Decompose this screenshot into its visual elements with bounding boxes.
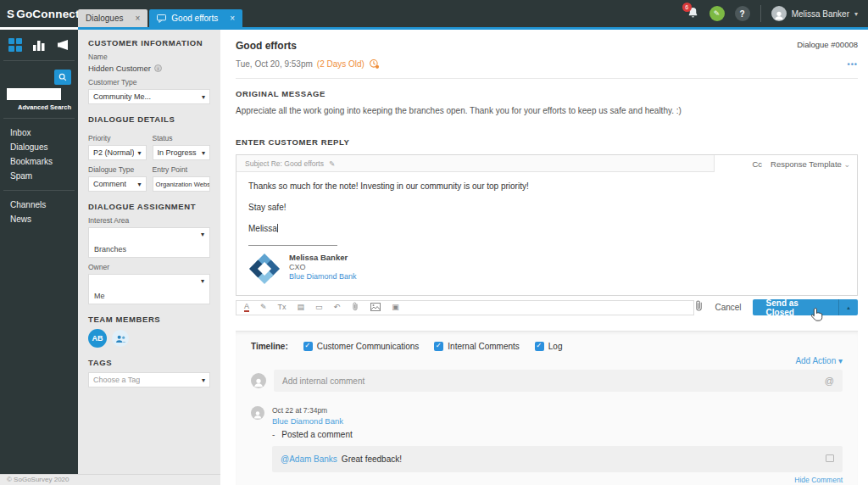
- logo-text-s: S: [7, 8, 14, 20]
- entry-point-field[interactable]: Organization Website: [153, 176, 211, 192]
- search-button[interactable]: [54, 70, 71, 85]
- user-name: Melissa Banker: [792, 9, 849, 19]
- top-navigation-bar: SGoConnect Dialogues × Good efforts × 6 …: [0, 0, 868, 27]
- sidebar-item-inbox[interactable]: Inbox: [8, 125, 70, 140]
- notifications-button[interactable]: 6: [687, 6, 699, 22]
- group-icon: [115, 334, 126, 343]
- tags-select[interactable]: Choose a Tag: [88, 372, 210, 387]
- customer-type-label: Customer Type: [88, 78, 210, 86]
- add-team-member-button[interactable]: [112, 330, 129, 347]
- filter-internal-comments[interactable]: Internal Comments: [434, 342, 519, 351]
- help-button[interactable]: ?: [735, 6, 750, 21]
- signature-company-link[interactable]: Blue Diamond Bank: [289, 272, 357, 281]
- name-label: Name: [88, 53, 210, 61]
- reply-line: Stay safe!: [248, 203, 845, 212]
- checkbox-checked-icon[interactable]: [434, 342, 443, 351]
- section-title-team-members: TEAM MEMBERS: [88, 315, 210, 324]
- sidebar-item-bookmarks[interactable]: Bookmarks: [8, 154, 70, 169]
- app-logo[interactable]: SGoConnect: [0, 0, 78, 27]
- bar-chart-icon[interactable]: [32, 39, 46, 51]
- attachment-icon[interactable]: [694, 299, 704, 315]
- reply-editor: Subject Re: Good efforts ✎ Cc Response T…: [236, 154, 858, 296]
- entry-actor-link[interactable]: Blue Diamond Bank: [272, 416, 843, 426]
- info-icon[interactable]: i: [154, 64, 162, 72]
- original-message-title: ORIGINAL MESSAGE: [236, 89, 858, 98]
- attach-file-icon[interactable]: [351, 301, 359, 314]
- comment-options-icon[interactable]: [826, 454, 834, 462]
- advanced-search-link[interactable]: Advanced Search: [7, 103, 71, 111]
- response-template-dropdown[interactable]: Response Template ⌄: [771, 159, 850, 169]
- internal-comment-input[interactable]: Add internal comment @: [274, 370, 843, 392]
- status-label: Status: [153, 134, 211, 142]
- edit-subject-icon[interactable]: ✎: [329, 159, 335, 168]
- cc-button[interactable]: Cc: [752, 159, 762, 169]
- undo-icon[interactable]: ↶: [334, 304, 341, 311]
- checkbox-checked-icon[interactable]: [303, 342, 313, 351]
- filter-log[interactable]: Log: [535, 342, 563, 351]
- cancel-button[interactable]: Cancel: [715, 303, 741, 312]
- sidebar-item-channels[interactable]: Channels: [8, 198, 70, 212]
- hide-comment-link[interactable]: Hide Comment: [272, 476, 843, 484]
- filter-customer-communications[interactable]: Customer Communications: [303, 342, 420, 351]
- insert-image-icon[interactable]: [370, 303, 381, 313]
- help-icon: ?: [740, 9, 745, 19]
- clear-formatting-icon[interactable]: Tx: [278, 304, 287, 311]
- copyright-text: © SoGoSurvey 2020: [7, 476, 70, 483]
- mention-link[interactable]: @Adam Banks: [281, 454, 337, 464]
- sidebar-item-news[interactable]: News: [8, 212, 70, 226]
- chevron-down-icon: ▾: [838, 356, 843, 365]
- dialogue-type-label: Dialogue Type: [88, 165, 147, 174]
- interest-area-select[interactable]: Branches: [88, 227, 210, 258]
- entry-item: Posted a comment: [272, 430, 843, 439]
- close-icon[interactable]: ×: [135, 14, 140, 23]
- user-menu[interactable]: Melissa Banker ▾: [771, 6, 858, 21]
- reply-body-editor[interactable]: Thanks so much for the note! Investing i…: [236, 172, 857, 295]
- search-icon: [58, 73, 67, 81]
- status-select[interactable]: In Progress: [153, 145, 211, 160]
- tab-good-efforts[interactable]: Good efforts ×: [149, 9, 242, 27]
- customer-type-select[interactable]: Community Me...: [88, 89, 210, 104]
- compose-button[interactable]: ✎: [709, 6, 725, 21]
- search-input[interactable]: [7, 88, 61, 100]
- team-member-avatar[interactable]: AB: [88, 329, 107, 348]
- section-title-tags: TAGS: [88, 358, 210, 367]
- marker-icon[interactable]: ✎: [260, 304, 267, 311]
- customer-name-value: Hidden Customer: [88, 64, 151, 73]
- section-title-dialogue-assignment: DIALOGUE ASSIGNMENT: [88, 202, 210, 211]
- sidebar-menu-secondary: Channels News: [3, 191, 75, 233]
- priority-label: Priority: [88, 134, 147, 142]
- posted-comment: @Adam Banks Great feedback!: [272, 446, 843, 472]
- font-color-icon[interactable]: A: [244, 303, 249, 312]
- dialogue-options-icon[interactable]: •••: [848, 60, 858, 69]
- signature-role: CXO: [289, 263, 357, 271]
- tab-label: Dialogues: [86, 14, 123, 23]
- add-action-dropdown[interactable]: Add Action ▾: [251, 356, 843, 365]
- text-cursor: [277, 224, 278, 232]
- tab-dialogues[interactable]: Dialogues ×: [78, 9, 147, 27]
- owner-select[interactable]: Me: [88, 274, 210, 304]
- send-options-caret[interactable]: ▲: [838, 299, 858, 315]
- signature-name: Melissa Banker: [289, 253, 357, 262]
- signature-divider: [248, 245, 337, 246]
- sidebar-item-dialogues[interactable]: Dialogues: [8, 140, 70, 154]
- dialogue-type-select[interactable]: Comment: [88, 176, 147, 192]
- sidebar-item-spam[interactable]: Spam: [8, 169, 70, 183]
- interest-area-label: Interest Area: [88, 216, 210, 225]
- timeline-section: Timeline: Customer Communications Intern…: [236, 331, 858, 485]
- apps-grid-icon[interactable]: [8, 38, 22, 52]
- close-icon[interactable]: ×: [230, 14, 235, 23]
- eraser-icon[interactable]: ▭: [315, 304, 323, 311]
- timeline-entry: Oct 22 at 7:34pm Blue Diamond Bank Poste…: [251, 406, 843, 485]
- actor-avatar: [251, 406, 264, 420]
- primary-sidebar: Advanced Search Inbox Dialogues Bookmark…: [0, 30, 78, 474]
- send-as-closed-button[interactable]: Send as Closed ▲: [753, 299, 858, 315]
- megaphone-icon[interactable]: [56, 39, 70, 51]
- mention-icon[interactable]: @: [825, 376, 834, 386]
- dialogue-age: (2 Days Old): [317, 59, 364, 69]
- insert-media-icon[interactable]: ▣: [392, 304, 399, 311]
- subject-bar[interactable]: Subject Re: Good efforts ✎: [236, 155, 715, 172]
- clipboard-icon[interactable]: ▤: [298, 304, 305, 311]
- blue-diamond-bank-logo: [248, 253, 281, 285]
- checkbox-checked-icon[interactable]: [535, 342, 544, 351]
- priority-select[interactable]: P2 (Normal): [88, 145, 147, 160]
